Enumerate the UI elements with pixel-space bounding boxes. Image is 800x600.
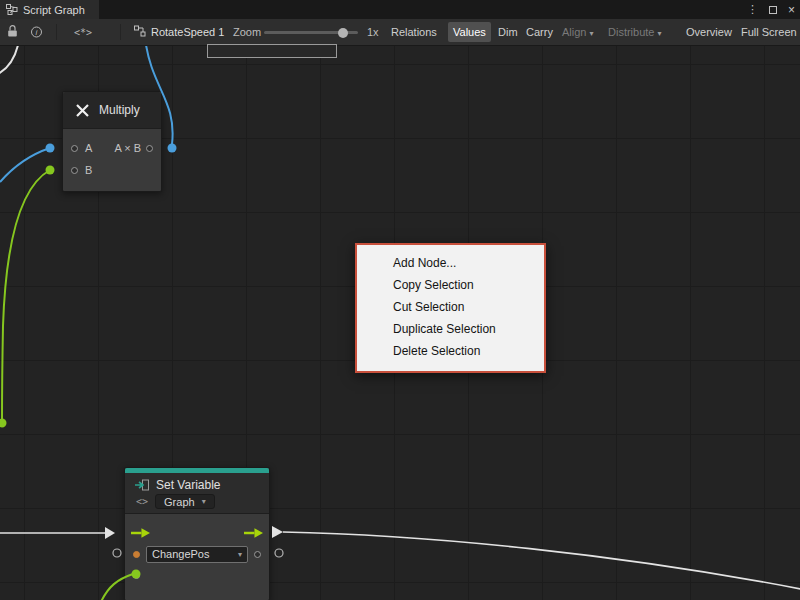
wire-flow-topleft — [0, 46, 19, 76]
close-icon[interactable]: × — [788, 3, 795, 17]
dim-button[interactable]: Dim — [493, 22, 523, 42]
menu-item-duplicate-selection[interactable]: Duplicate Selection — [357, 318, 544, 340]
set-variable-node[interactable]: Set Variable <> Graph▾ — [124, 467, 270, 600]
chevron-down-icon: ▾ — [589, 29, 593, 38]
chevron-down-icon: ▾ — [238, 550, 242, 559]
zoom-label: Zoom — [233, 26, 261, 38]
port-b-label: B — [85, 164, 92, 176]
input-port-b[interactable] — [71, 167, 78, 174]
wire-endpoint-green-edge — [0, 419, 7, 428]
wire-endpoint-blue-a — [46, 144, 55, 153]
tab-title: Script Graph — [23, 4, 85, 16]
port-a-label: A — [85, 142, 92, 154]
graph-icon — [6, 4, 18, 15]
titlebar: Script Graph ⋮ × — [0, 0, 800, 19]
graph-toolbar: i <*> RotateSpeed 1 Zoom 1x Relations Va… — [0, 19, 800, 46]
toolbar-separator — [56, 24, 57, 40]
flow-input-arrow-icon[interactable] — [131, 527, 150, 539]
multiply-node-title: Multiply — [99, 103, 140, 117]
variable-dropdown[interactable]: ChangePos▾ — [146, 546, 248, 563]
wire-flow-right — [283, 532, 800, 590]
external-port-left — [113, 549, 121, 557]
graph-breadcrumb[interactable]: RotateSpeed 1 — [151, 26, 224, 38]
zoom-value: 1x — [367, 26, 379, 38]
multiply-node-header: Multiply — [63, 92, 161, 129]
port-row-b: B — [71, 159, 153, 181]
menu-item-add-node[interactable]: Add Node... — [357, 252, 544, 274]
chevron-down-icon: ▾ — [202, 497, 206, 506]
output-port-result[interactable] — [146, 145, 153, 152]
scope-dropdown-value: Graph — [164, 496, 195, 508]
variable-output-port[interactable] — [254, 551, 261, 558]
info-icon[interactable]: i — [31, 27, 42, 38]
align-button-label: Align — [562, 26, 586, 38]
relations-button[interactable]: Relations — [386, 22, 442, 42]
carry-button[interactable]: Carry — [521, 22, 558, 42]
set-variable-icon — [135, 479, 149, 491]
fullscreen-button[interactable]: Full Screen — [736, 22, 800, 42]
scope-dropdown[interactable]: Graph▾ — [155, 494, 215, 509]
menu-item-copy-selection[interactable]: Copy Selection — [357, 274, 544, 296]
toolbar-separator — [120, 24, 121, 40]
set-variable-header: Set Variable <> Graph▾ — [125, 473, 269, 514]
menu-item-delete-selection[interactable]: Delete Selection — [357, 340, 544, 362]
flow-connection-arrow-right — [272, 526, 283, 538]
port-row-a: A A × B — [71, 137, 153, 159]
menu-item-cut-selection[interactable]: Cut Selection — [357, 296, 544, 318]
graph-canvas[interactable]: Multiply A A × B B — [0, 46, 800, 600]
value-input-port[interactable] — [133, 572, 140, 579]
values-button[interactable]: Values — [448, 22, 491, 42]
multiply-node[interactable]: Multiply A A × B B — [62, 91, 162, 192]
floating-field[interactable] — [207, 44, 337, 58]
chevron-down-icon: ▾ — [657, 29, 661, 38]
align-button[interactable]: Align▾ — [557, 22, 598, 42]
wire-endpoint-green-b — [46, 166, 55, 175]
zoom-slider-knob[interactable] — [338, 28, 348, 38]
set-variable-title: Set Variable — [156, 478, 220, 492]
tab-script-graph[interactable]: Script Graph — [0, 0, 99, 19]
maximize-icon[interactable] — [769, 6, 777, 14]
graph-scope-icon: <> — [136, 496, 148, 507]
window-controls: ⋮ × — [747, 0, 795, 19]
flow-row — [125, 523, 269, 543]
wire-endpoint-blue-out — [168, 144, 177, 153]
variable-input-port[interactable] — [133, 551, 140, 558]
distribute-button-label: Distribute — [608, 26, 654, 38]
flow-output-arrow-icon[interactable] — [244, 527, 263, 539]
script-graph-window: Script Graph ⋮ × i <*> Rotat — [0, 0, 800, 600]
context-menu: Add Node... Copy Selection Cut Selection… — [355, 243, 546, 373]
input-port-a[interactable] — [71, 145, 78, 152]
graph-asset-icon — [134, 25, 146, 39]
set-variable-body: ChangePos▾ — [125, 514, 269, 585]
multiply-node-body: A A × B B — [63, 129, 161, 191]
variable-row: ChangePos▾ — [125, 543, 269, 565]
value-row — [125, 565, 269, 585]
wire-blue-input-a — [0, 148, 50, 182]
multiply-icon — [75, 103, 90, 118]
distribute-button[interactable]: Distribute▾ — [603, 22, 666, 42]
lock-icon[interactable] — [7, 25, 18, 40]
window-menu-icon[interactable]: ⋮ — [747, 3, 758, 16]
flow-connection-arrow-left — [105, 527, 115, 539]
overview-button[interactable]: Overview — [681, 22, 737, 42]
wire-green-left — [2, 170, 50, 422]
variable-dropdown-value: ChangePos — [152, 548, 210, 560]
external-port-right — [275, 549, 283, 557]
code-view-icon[interactable]: <*> — [74, 27, 92, 38]
port-out-label: A × B — [114, 142, 141, 154]
